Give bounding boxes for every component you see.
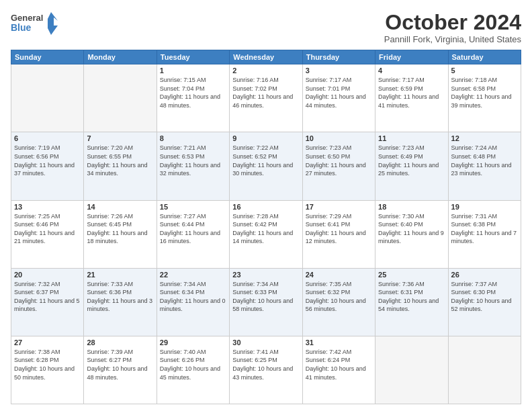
table-cell: 12Sunrise: 7:24 AMSunset: 6:48 PMDayligh… [448, 132, 521, 200]
calendar-week-5: 27Sunrise: 7:38 AMSunset: 6:28 PMDayligh… [11, 336, 521, 404]
col-friday: Friday [375, 50, 448, 64]
table-cell: 5Sunrise: 7:18 AMSunset: 6:58 PMDaylight… [448, 64, 521, 132]
day-number: 11 [378, 134, 445, 142]
day-number: 6 [14, 134, 81, 142]
day-number: 2 [232, 66, 299, 75]
day-number: 19 [451, 203, 518, 211]
col-monday: Monday [84, 50, 157, 64]
table-cell: 15Sunrise: 7:27 AMSunset: 6:44 PMDayligh… [157, 200, 229, 268]
day-number: 20 [14, 271, 81, 279]
day-number: 30 [232, 338, 299, 347]
col-saturday: Saturday [448, 50, 521, 64]
day-number: 21 [87, 271, 153, 279]
table-cell: 11Sunrise: 7:23 AMSunset: 6:49 PMDayligh… [375, 132, 448, 200]
table-cell: 26Sunrise: 7:37 AMSunset: 6:30 PMDayligh… [448, 268, 521, 336]
table-cell: 22Sunrise: 7:34 AMSunset: 6:34 PMDayligh… [157, 268, 229, 336]
calendar-week-1: 1Sunrise: 7:15 AMSunset: 7:04 PMDaylight… [11, 64, 521, 132]
day-number: 29 [160, 338, 226, 347]
calendar-week-3: 13Sunrise: 7:25 AMSunset: 6:46 PMDayligh… [11, 200, 521, 268]
day-info: Sunrise: 7:36 AMSunset: 6:31 PMDaylight:… [378, 280, 445, 314]
day-info: Sunrise: 7:34 AMSunset: 6:34 PMDaylight:… [160, 280, 226, 314]
day-number: 7 [87, 134, 153, 142]
table-cell: 28Sunrise: 7:39 AMSunset: 6:27 PMDayligh… [84, 336, 157, 404]
day-info: Sunrise: 7:21 AMSunset: 6:53 PMDaylight:… [160, 144, 226, 177]
day-number: 23 [232, 271, 299, 279]
table-cell: 30Sunrise: 7:41 AMSunset: 6:25 PMDayligh… [230, 336, 302, 404]
month-title: October 2024 [384, 11, 521, 34]
day-number: 15 [160, 203, 226, 211]
day-info: Sunrise: 7:22 AMSunset: 6:52 PMDaylight:… [232, 144, 299, 177]
calendar-table: Sunday Monday Tuesday Wednesday Thursday… [11, 50, 521, 404]
day-number: 26 [451, 271, 518, 279]
day-info: Sunrise: 7:27 AMSunset: 6:44 PMDaylight:… [160, 212, 226, 246]
table-cell: 27Sunrise: 7:38 AMSunset: 6:28 PMDayligh… [11, 336, 84, 404]
calendar-week-2: 6Sunrise: 7:19 AMSunset: 6:56 PMDaylight… [11, 132, 521, 200]
table-cell: 17Sunrise: 7:29 AMSunset: 6:41 PMDayligh… [302, 200, 375, 268]
day-number: 16 [232, 203, 299, 211]
table-cell: 7Sunrise: 7:20 AMSunset: 6:55 PMDaylight… [84, 132, 157, 200]
col-wednesday: Wednesday [230, 50, 302, 64]
day-info: Sunrise: 7:40 AMSunset: 6:26 PMDaylight:… [160, 348, 226, 381]
day-info: Sunrise: 7:32 AMSunset: 6:37 PMDaylight:… [14, 280, 81, 314]
day-info: Sunrise: 7:42 AMSunset: 6:24 PMDaylight:… [306, 348, 372, 381]
svg-text:General: General [11, 13, 43, 23]
table-cell: 3Sunrise: 7:17 AMSunset: 7:01 PMDaylight… [302, 64, 375, 132]
day-info: Sunrise: 7:39 AMSunset: 6:27 PMDaylight:… [87, 348, 153, 381]
day-info: Sunrise: 7:15 AMSunset: 7:04 PMDaylight:… [160, 76, 226, 109]
day-info: Sunrise: 7:17 AMSunset: 7:01 PMDaylight:… [306, 76, 372, 109]
day-info: Sunrise: 7:25 AMSunset: 6:46 PMDaylight:… [14, 212, 81, 246]
day-info: Sunrise: 7:24 AMSunset: 6:48 PMDaylight:… [451, 144, 518, 177]
table-cell: 6Sunrise: 7:19 AMSunset: 6:56 PMDaylight… [11, 132, 84, 200]
calendar-week-4: 20Sunrise: 7:32 AMSunset: 6:37 PMDayligh… [11, 268, 521, 336]
title-area: October 2024 Pannill Fork, Virginia, Uni… [384, 11, 521, 44]
location-subtitle: Pannill Fork, Virginia, United States [384, 34, 521, 44]
day-info: Sunrise: 7:33 AMSunset: 6:36 PMDaylight:… [87, 280, 153, 314]
day-number: 4 [378, 66, 445, 75]
table-cell [11, 64, 84, 132]
table-cell: 2Sunrise: 7:16 AMSunset: 7:02 PMDaylight… [230, 64, 302, 132]
day-info: Sunrise: 7:28 AMSunset: 6:42 PMDaylight:… [232, 212, 299, 246]
table-cell: 10Sunrise: 7:23 AMSunset: 6:50 PMDayligh… [302, 132, 375, 200]
day-info: Sunrise: 7:18 AMSunset: 6:58 PMDaylight:… [451, 76, 518, 109]
logo: General Blue [11, 11, 58, 36]
day-number: 1 [160, 66, 226, 75]
table-cell: 20Sunrise: 7:32 AMSunset: 6:37 PMDayligh… [11, 268, 84, 336]
table-cell: 16Sunrise: 7:28 AMSunset: 6:42 PMDayligh… [230, 200, 302, 268]
svg-text:Blue: Blue [11, 22, 32, 33]
table-cell: 13Sunrise: 7:25 AMSunset: 6:46 PMDayligh… [11, 200, 84, 268]
day-number: 18 [378, 203, 445, 211]
day-number: 8 [160, 134, 226, 142]
day-info: Sunrise: 7:16 AMSunset: 7:02 PMDaylight:… [232, 76, 299, 109]
day-info: Sunrise: 7:38 AMSunset: 6:28 PMDaylight:… [14, 348, 81, 381]
day-number: 27 [14, 338, 81, 347]
day-info: Sunrise: 7:30 AMSunset: 6:40 PMDaylight:… [378, 212, 445, 246]
day-info: Sunrise: 7:34 AMSunset: 6:33 PMDaylight:… [232, 280, 299, 314]
table-cell: 14Sunrise: 7:26 AMSunset: 6:45 PMDayligh… [84, 200, 157, 268]
table-cell: 23Sunrise: 7:34 AMSunset: 6:33 PMDayligh… [230, 268, 302, 336]
table-cell: 29Sunrise: 7:40 AMSunset: 6:26 PMDayligh… [157, 336, 229, 404]
svg-marker-2 [48, 12, 58, 35]
col-sunday: Sunday [11, 50, 84, 64]
table-cell: 8Sunrise: 7:21 AMSunset: 6:53 PMDaylight… [157, 132, 229, 200]
day-number: 22 [160, 271, 226, 279]
table-cell: 31Sunrise: 7:42 AMSunset: 6:24 PMDayligh… [302, 336, 375, 404]
day-info: Sunrise: 7:17 AMSunset: 6:59 PMDaylight:… [378, 76, 445, 109]
day-number: 3 [306, 66, 372, 75]
day-info: Sunrise: 7:31 AMSunset: 6:38 PMDaylight:… [451, 212, 518, 246]
table-cell [84, 64, 157, 132]
day-number: 31 [306, 338, 372, 347]
table-cell [448, 336, 521, 404]
day-number: 17 [306, 203, 372, 211]
day-number: 10 [306, 134, 372, 142]
day-number: 5 [451, 66, 518, 75]
table-cell: 1Sunrise: 7:15 AMSunset: 7:04 PMDaylight… [157, 64, 229, 132]
day-info: Sunrise: 7:29 AMSunset: 6:41 PMDaylight:… [306, 212, 372, 246]
table-cell: 4Sunrise: 7:17 AMSunset: 6:59 PMDaylight… [375, 64, 448, 132]
day-number: 25 [378, 271, 445, 279]
table-cell: 18Sunrise: 7:30 AMSunset: 6:40 PMDayligh… [375, 200, 448, 268]
day-number: 14 [87, 203, 153, 211]
col-thursday: Thursday [302, 50, 375, 64]
table-cell: 25Sunrise: 7:36 AMSunset: 6:31 PMDayligh… [375, 268, 448, 336]
table-cell: 21Sunrise: 7:33 AMSunset: 6:36 PMDayligh… [84, 268, 157, 336]
day-number: 28 [87, 338, 153, 347]
